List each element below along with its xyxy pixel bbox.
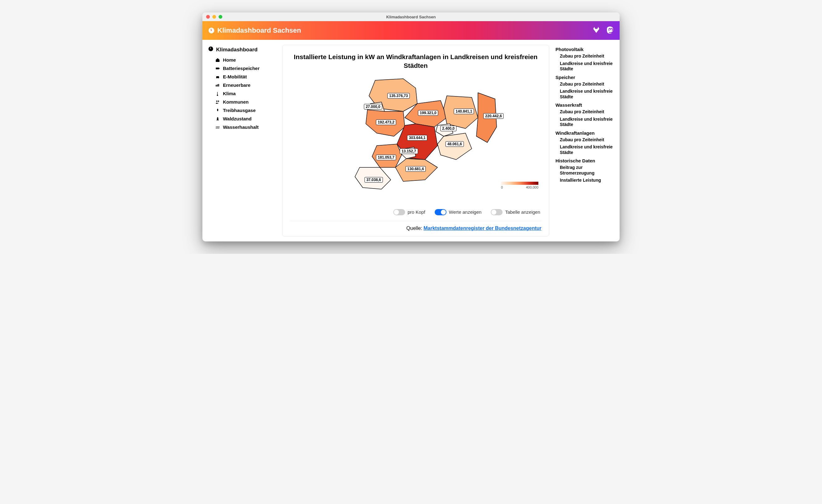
sidebar-item-klima[interactable]: Klima [215,89,277,98]
dashboard-icon [208,46,214,53]
map-area: 27.000,0135.376,73192.473,2199.321,0140.… [290,74,541,205]
map-value-label: 192.473,2 [376,119,396,125]
map-value-label: 199.321,0 [418,110,438,116]
right-section-title[interactable]: Windkraftanlagen [555,130,614,136]
source-link[interactable]: Marktstammdatenregister der Bundesnetzag… [423,226,541,231]
mastodon-icon[interactable] [606,26,614,35]
minimize-window-button[interactable] [213,15,216,19]
toggle-tabelle[interactable]: Tabelle anzeigen [491,209,540,215]
right-sidebar-item[interactable]: Zubau pro Zeiteinheit [560,108,614,116]
color-legend: 0 400,000 [501,182,538,189]
sidebar-item-batteriespeicher[interactable]: Batteriespeicher [215,64,277,72]
sidebar-item-treibhausgase[interactable]: Treibhausgase [215,106,277,114]
window-controls [206,15,222,19]
right-sidebar-item[interactable]: Landkreise und kreisfreie Städte [560,88,614,100]
emobilitaet-icon [215,74,221,79]
sidebar-item-label: Treibhausgase [223,108,256,113]
right-sidebar-item[interactable]: Landkreise und kreisfreie Städte [560,116,614,128]
toggle-pro-kopf[interactable]: pro Kopf [393,209,425,215]
right-sidebar-item[interactable]: Zubau pro Zeiteinheit [560,136,614,144]
toggle-pro-kopf-label: pro Kopf [408,209,425,215]
waldzustand-icon [215,116,221,121]
map-value-label: 220.442,6 [483,113,503,119]
right-sidebar-item[interactable]: Zubau pro Zeiteinheit [560,81,614,88]
switch-tabelle[interactable] [491,209,502,215]
toggle-werte[interactable]: Werte anzeigen [435,209,482,215]
sidebar-right: PhotovoltaikZubau pro ZeiteinheitLandkre… [552,45,614,236]
right-section-title[interactable]: Historische Daten [555,158,614,163]
sidebar-item-kommunen[interactable]: Kommunen [215,98,277,106]
batteriespeicher-icon [215,66,221,71]
sidebar-item-emobilitaet[interactable]: E-Mobilität [215,72,277,81]
right-section-title[interactable]: Speicher [555,75,614,80]
sidebar-item-label: Kommunen [223,99,249,105]
map-value-label: 27.000,0 [364,104,382,110]
sidebar-item-label: Klima [223,91,236,96]
svg-point-8 [218,78,219,78]
dashboard-icon [208,27,215,34]
svg-rect-6 [219,68,220,69]
right-sidebar-item[interactable]: Installierte Leistung [560,177,614,184]
main-content: Installierte Leistung in kW an Windkraft… [279,45,552,236]
toggle-werte-label: Werte anzeigen [449,209,482,215]
sidebar-item-label: E-Mobilität [223,74,247,79]
sidebar-item-label: Erneuerbare [223,82,250,88]
switch-pro-kopf[interactable] [393,209,405,215]
map-value-label: 13.152,7 [400,148,418,154]
sidebar-item-waldzustand[interactable]: Waldzustand [215,114,277,123]
map-value-label: 2.400,0 [440,126,456,131]
saxony-map[interactable] [322,74,509,192]
wasserhaushalt-icon [215,125,221,130]
klima-icon [215,91,221,96]
sidebar-item-erneuerbare[interactable]: Erneuerbare [215,81,277,89]
titlebar: Klimadashboard Sachsen [202,12,620,21]
home-icon [215,58,221,63]
map-value-label: 37.038,6 [365,177,383,183]
chart-card: Installierte Leistung in kW an Windkraft… [282,45,549,236]
sidebar-heading[interactable]: Klimadashboard [208,46,277,53]
right-sidebar-item[interactable]: Beitrag zur Stromerzeugung [560,164,614,177]
kommunen-icon [215,100,221,105]
sidebar-left: Klimadashboard HomeBatteriespeicherE-Mob… [208,45,279,236]
map-value-label: 135.376,73 [387,93,410,99]
toggle-row: pro Kopf Werte anzeigen Tabelle anzeigen [290,207,541,218]
svg-rect-4 [211,48,211,49]
treibhausgase-icon [215,108,221,113]
legend-min: 0 [501,185,503,189]
map-value-label: 303.644,1 [407,135,427,141]
brand-text: Klimadashboard Sachsen [217,26,301,35]
right-sidebar-item[interactable]: Landkreise und kreisfreie Städte [560,143,614,156]
app-window: Klimadashboard Sachsen Klimadashboard Sa… [202,12,620,241]
right-sidebar-item[interactable]: Zubau pro Zeiteinheit [560,53,614,60]
map-value-label: 130.681,6 [405,166,426,172]
svg-point-2 [211,30,212,31]
gitlab-icon[interactable] [592,26,600,35]
map-value-label: 140.841,1 [454,109,474,114]
sidebar-item-label: Home [223,57,236,63]
right-sidebar-item[interactable]: Landkreise und kreisfreie Städte [560,60,614,73]
svg-rect-9 [216,85,217,86]
sidebar-item-label: Wasserhaushalt [223,124,259,130]
brand[interactable]: Klimadashboard Sachsen [208,26,301,35]
chart-title: Installierte Leistung in kW an Windkraft… [290,53,541,70]
sidebar-heading-text: Klimadashboard [216,47,258,53]
navbar: Klimadashboard Sachsen [202,21,620,40]
source-row: Quelle: Marktstammdatenregister der Bund… [290,221,541,231]
map-value-label: 181.053,7 [376,155,396,160]
switch-werte[interactable] [435,209,446,215]
legend-max: 400,000 [526,185,538,189]
sidebar-item-label: Batteriespeicher [223,66,260,71]
svg-rect-5 [216,68,219,69]
legend-gradient [501,182,538,185]
close-window-button[interactable] [206,15,210,19]
maximize-window-button[interactable] [219,15,222,19]
window-title: Klimadashboard Sachsen [202,15,620,19]
right-section-title[interactable]: Photovoltaik [555,47,614,52]
svg-point-15 [218,100,219,102]
svg-point-13 [217,95,218,96]
right-section-title[interactable]: Wasserkraft [555,102,614,108]
toggle-tabelle-label: Tabelle anzeigen [505,209,540,215]
sidebar-item-home[interactable]: Home [215,56,277,64]
sidebar-item-wasserhaushalt[interactable]: Wasserhaushalt [215,123,277,131]
erneuerbare-icon [215,83,221,88]
